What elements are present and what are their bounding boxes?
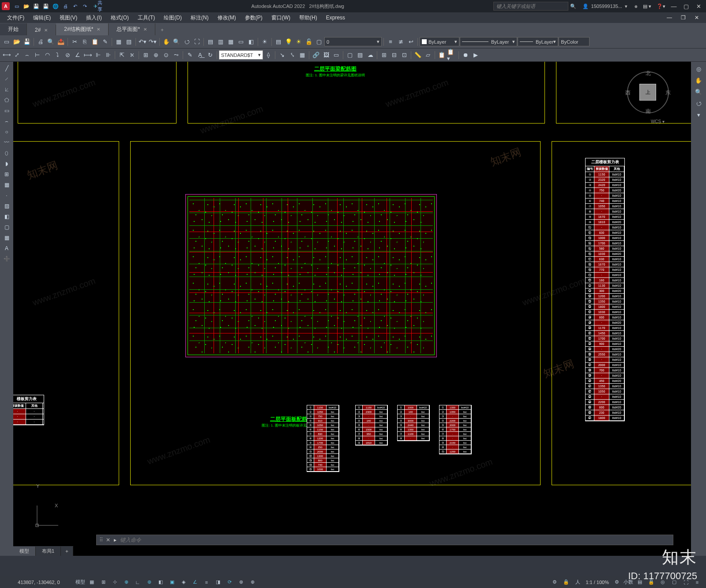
xref-icon[interactable]: 🔗 [311, 50, 321, 60]
nav-wheel-icon[interactable]: ◎ [693, 64, 704, 74]
add-layout-button[interactable]: ＋ [61, 547, 73, 556]
rectangle-icon[interactable]: ▭ [1, 106, 12, 116]
polar-toggle-icon[interactable]: ⊛ [144, 577, 154, 587]
gear-icon[interactable]: ⚙ [612, 577, 622, 587]
region-icon[interactable]: ▢ [345, 50, 355, 60]
dim-radius-icon[interactable]: ◠ [42, 50, 52, 60]
match-icon[interactable]: ✎ [100, 37, 110, 47]
infer-toggle-icon[interactable]: ⊹ [109, 577, 120, 587]
isolate-icon[interactable]: ◎ [657, 577, 668, 587]
leader-icon[interactable]: ↘ [277, 50, 287, 60]
group-icon[interactable]: ⊞ [379, 50, 389, 60]
dim-edit-icon[interactable]: ✎ [185, 50, 195, 60]
cmdline-grip-icon[interactable]: ⠿ [99, 537, 102, 543]
quickprops-icon[interactable]: ▤ [635, 577, 645, 587]
file-tab-1[interactable]: 2#结构图纸*✕ [56, 23, 109, 35]
menu-parametric[interactable]: 参数(P) [240, 13, 267, 23]
mleader-icon[interactable]: ⤥ [287, 50, 297, 60]
annomon-icon[interactable]: ⊕ [247, 577, 258, 587]
menu-file[interactable]: 文件(F) [3, 13, 29, 23]
command-line[interactable]: ⠿ ✕ ▸ [96, 535, 673, 545]
dim-linear-icon[interactable]: ⟷ [2, 50, 11, 60]
menu-insert[interactable]: 插入(I) [82, 13, 106, 23]
image-icon[interactable]: 🖼 [321, 50, 331, 60]
maximize-button[interactable]: ▢ [680, 2, 692, 11]
new-icon[interactable]: ▭ [2, 37, 11, 47]
plotstyle-dropdown[interactable]: ByColor [559, 37, 590, 46]
autodesk-app-icon[interactable]: ⎈ [635, 4, 638, 9]
layer-freeze-icon[interactable]: ☀ [294, 37, 304, 47]
menu-help[interactable]: 帮助(H) [295, 13, 322, 23]
menu-format[interactable]: 格式(O) [106, 13, 133, 23]
snap-toggle-icon[interactable]: ⊞ [98, 577, 109, 587]
linetype-dropdown[interactable]: ByLayer▾ [460, 37, 517, 46]
ellipse-arc-icon[interactable]: ◗ [1, 159, 12, 169]
model-space-canvas[interactable]: 二层平面梁配筋图 图注: 1. 图中未注明的梁详见图纸说明 二层平面板配筋图 图… [13, 62, 691, 556]
new-tab-button[interactable]: ＋ [155, 24, 169, 35]
undo-icon[interactable]: ↶▾ [138, 37, 147, 47]
dim-space-icon[interactable]: ⇱ [117, 50, 127, 60]
doc-restore-button[interactable]: ❐ [676, 13, 690, 22]
layer-on-icon[interactable]: 💡 [284, 37, 293, 47]
dynamic-input-icon[interactable]: ⊕ [121, 577, 131, 587]
dim-jog-icon[interactable]: ⤵ [53, 50, 62, 60]
layer-lock-icon[interactable]: 🔓 [304, 37, 314, 47]
isodraft-icon[interactable]: ◧ [155, 577, 166, 587]
3dosnap-icon[interactable]: ◈ [178, 577, 189, 587]
ungroup-icon[interactable]: ⊟ [389, 50, 399, 60]
layout-tab-1[interactable]: 布局1 [36, 547, 61, 556]
menu-edit[interactable]: 编辑(E) [29, 13, 55, 23]
qat-plot-icon[interactable]: 🖨 [61, 2, 70, 11]
ortho-toggle-icon[interactable]: ∟ [132, 577, 143, 587]
customize-icon[interactable]: ≡ [692, 577, 702, 587]
layer-state-icon[interactable]: ≡ [386, 37, 395, 47]
qat-open-icon[interactable]: 📂 [22, 2, 31, 11]
group-edit-icon[interactable]: ⊡ [399, 50, 409, 60]
tab-start[interactable]: 开始 [0, 23, 27, 35]
doc-minimize-button[interactable]: ― [662, 13, 676, 22]
dim-diameter-icon[interactable]: ⊘ [63, 50, 72, 60]
close-tab-icon[interactable]: ✕ [97, 27, 100, 32]
user-account[interactable]: 👤 1505999135... ▾ [582, 4, 627, 9]
point-icon[interactable]: · [1, 191, 12, 200]
menu-window[interactable]: 窗口(W) [267, 13, 295, 23]
table2-icon[interactable]: ▦ [1, 233, 12, 243]
zoom-icon[interactable]: 🔍 [172, 37, 181, 47]
jog-line-icon[interactable]: ⤳ [171, 50, 181, 60]
app-logo[interactable]: A [2, 2, 10, 10]
mtext-icon[interactable]: A [1, 243, 12, 253]
block2-icon[interactable]: ▧ [124, 37, 134, 47]
transparency-icon[interactable]: ◨ [213, 577, 223, 587]
dim-tedit-icon[interactable]: A͟ [195, 50, 205, 60]
workspace-icon[interactable]: ⚙ [549, 577, 560, 587]
layer-props-icon[interactable]: ▤ [274, 37, 283, 47]
layer-iso-icon[interactable]: ≢ [396, 37, 406, 47]
xline-icon[interactable]: ⟋ [1, 74, 12, 84]
clean-screen-icon[interactable]: ⛶ [680, 577, 691, 587]
center-icon[interactable]: ⊕ [151, 50, 161, 60]
region2-icon[interactable]: ▢ [1, 222, 12, 232]
publish-icon[interactable]: 📤 [56, 37, 66, 47]
command-input[interactable] [120, 537, 670, 543]
pan-icon[interactable]: ✋ [161, 37, 171, 47]
qat-saveas-icon[interactable]: 💾 [41, 2, 50, 11]
minimize-button[interactable]: ― [668, 2, 680, 11]
polygon-icon[interactable]: ⬠ [1, 95, 12, 105]
nav-zoom-icon[interactable]: 🔍 [693, 86, 704, 97]
ellipse-icon[interactable]: ⬯ [1, 148, 12, 158]
redo-icon[interactable]: ↷▾ [148, 37, 158, 47]
close-tab-icon[interactable]: ✕ [44, 28, 48, 33]
markup-icon[interactable]: ◧ [246, 37, 256, 47]
action-rec-icon[interactable]: ⏺ [461, 50, 470, 60]
dim-aligned-icon[interactable]: ⤢ [12, 50, 22, 60]
modelspace-toggle[interactable]: 模型 [75, 577, 86, 587]
dim-update-icon[interactable]: ↻ [205, 50, 215, 60]
search-icon[interactable]: 🔍 [570, 4, 578, 9]
color-dropdown[interactable]: ByLayer▾ [420, 37, 459, 46]
osnap-toggle-icon[interactable]: ▣ [167, 577, 177, 587]
insert-icon[interactable]: ⊞ [1, 169, 12, 179]
dim-arc-icon[interactable]: ⌢ [22, 50, 32, 60]
make-block-icon[interactable]: ▦ [1, 180, 12, 190]
block-icon[interactable]: ▦ [114, 37, 124, 47]
anno-vis-icon[interactable]: 人 [572, 577, 583, 587]
